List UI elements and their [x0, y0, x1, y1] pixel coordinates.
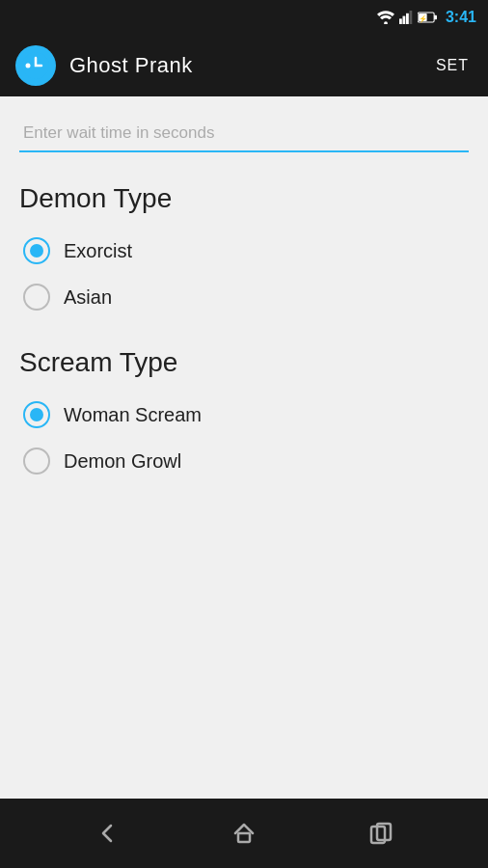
app-title: Ghost Prank	[69, 53, 193, 78]
back-button[interactable]	[84, 810, 130, 856]
demon-type-exorcist-radio[interactable]	[23, 237, 50, 264]
app-icon	[15, 45, 56, 86]
demon-type-radio-group: Exorcist Asian	[19, 228, 469, 320]
demon-type-exorcist-label: Exorcist	[64, 240, 132, 262]
scream-type-section: Scream Type Woman Scream Demon Growl	[19, 347, 469, 484]
scream-type-woman-scream-option[interactable]: Woman Scream	[19, 392, 469, 438]
status-icons: ⚡ 3:41	[377, 9, 476, 26]
app-bar: Ghost Prank SET	[0, 35, 488, 96]
scream-type-demon-growl-radio[interactable]	[23, 448, 50, 475]
svg-rect-2	[402, 16, 405, 24]
nav-bar	[0, 799, 488, 868]
svg-rect-1	[399, 18, 402, 24]
recents-button[interactable]	[358, 810, 404, 856]
wait-time-input[interactable]	[19, 116, 469, 152]
svg-rect-3	[406, 14, 409, 24]
scream-type-demon-growl-option[interactable]: Demon Growl	[19, 438, 469, 484]
svg-point-10	[26, 64, 31, 68]
svg-rect-4	[409, 11, 412, 24]
wifi-icon	[377, 11, 394, 24]
demon-type-header: Demon Type	[19, 183, 469, 214]
recents-icon	[367, 820, 394, 847]
battery-icon: ⚡	[418, 11, 437, 24]
svg-rect-7	[434, 15, 437, 19]
home-icon	[230, 820, 258, 847]
set-button[interactable]: SET	[432, 49, 473, 82]
scream-type-demon-growl-label: Demon Growl	[64, 450, 181, 473]
app-bar-left: Ghost Prank	[15, 45, 193, 86]
status-time: 3:41	[446, 9, 476, 26]
svg-text:⚡: ⚡	[418, 14, 426, 23]
svg-rect-11	[238, 833, 250, 842]
svg-point-0	[384, 21, 388, 24]
status-bar: ⚡ 3:41	[0, 0, 488, 35]
demon-type-section: Demon Type Exorcist Asian	[19, 183, 469, 320]
scream-type-woman-scream-label: Woman Scream	[64, 404, 202, 426]
demon-type-asian-option[interactable]: Asian	[19, 274, 469, 320]
demon-type-exorcist-option[interactable]: Exorcist	[19, 228, 469, 274]
signal-icon	[399, 10, 413, 25]
scream-type-woman-scream-radio[interactable]	[23, 401, 50, 428]
back-icon	[94, 820, 121, 847]
scream-type-radio-group: Woman Scream Demon Growl	[19, 392, 469, 484]
home-button[interactable]	[221, 810, 267, 856]
scream-type-header: Scream Type	[19, 347, 469, 378]
demon-type-asian-label: Asian	[64, 286, 112, 309]
demon-type-asian-radio[interactable]	[23, 284, 50, 311]
main-content: Demon Type Exorcist Asian Scream Type Wo…	[0, 96, 488, 799]
